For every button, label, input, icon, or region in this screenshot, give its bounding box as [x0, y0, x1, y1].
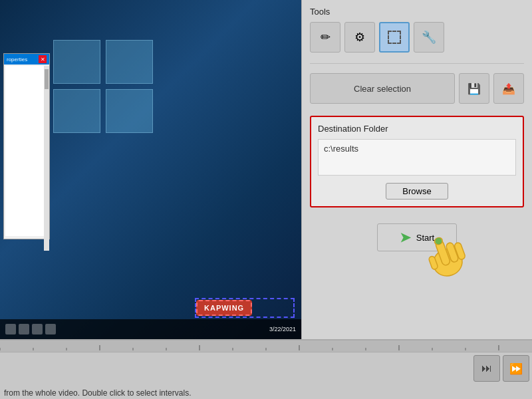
export-icon: 📤 [502, 82, 515, 95]
pencil-icon: ✏ [321, 30, 331, 45]
timeline-ruler [0, 340, 532, 352]
clear-selection-row: Clear selection 💾 📤 [302, 69, 532, 108]
browse-button[interactable]: Browse [386, 183, 448, 200]
dest-folder-title: Destination Folder [318, 124, 516, 134]
tools-section: Tools ✏ ⚙ 🔧 [302, 0, 532, 58]
properties-window: roperties ✕ [3, 53, 50, 239]
start-button[interactable]: ➤ Start [377, 223, 457, 251]
taskbar-date: 3/22/2021 [269, 326, 296, 332]
desktop-background: roperties ✕ KAPWING 3/22/2021 [0, 0, 301, 339]
right-panel: Tools ✏ ⚙ 🔧 Clear selection 💾 📤 De [301, 0, 532, 339]
hint-text: from the whole video. Double click to se… [0, 387, 532, 399]
win-pane-tr [106, 40, 153, 84]
skip-end-button[interactable]: ⏩ [503, 355, 529, 382]
gear-icon: ⚙ [354, 30, 365, 45]
taskbar-icon-3 [32, 324, 43, 334]
destination-folder-popup: Destination Folder c:\results Browse [310, 116, 524, 207]
props-titlebar: roperties ✕ [4, 54, 49, 65]
tool-gear[interactable]: ⚙ [344, 22, 375, 53]
taskbar: 3/22/2021 [0, 319, 301, 339]
taskbar-icon-4 [45, 324, 56, 334]
tool-cog[interactable]: 🔧 [414, 22, 444, 53]
start-label: Start [416, 233, 434, 243]
windows-logo [53, 40, 186, 160]
taskbar-icons [0, 324, 56, 334]
timeline-controls: ⏭ ⏩ [471, 352, 532, 384]
tools-label: Tools [310, 7, 524, 17]
divider-1 [310, 63, 524, 64]
skip-next-button[interactable]: ⏭ [473, 355, 500, 382]
taskbar-icon-1 [5, 324, 16, 334]
props-scroll-thumb [45, 69, 49, 89]
win-pane-br [106, 89, 153, 133]
skip-end-icon: ⏩ [509, 362, 523, 375]
taskbar-icon-2 [19, 324, 29, 334]
desktop-screenshot: roperties ✕ KAPWING 3/22/2021 [0, 0, 301, 339]
start-row: ➤ Start [302, 215, 532, 259]
kapwing-watermark: KAPWING [196, 300, 252, 316]
props-title: roperties [7, 57, 27, 63]
tool-select[interactable] [379, 22, 410, 53]
props-scrollbar[interactable] [44, 66, 49, 251]
props-close-button[interactable]: ✕ [39, 55, 47, 63]
cog-icon: 🔧 [422, 30, 436, 45]
dest-folder-input[interactable]: c:\results [318, 139, 516, 176]
timeline-panel: ⏭ ⏩ from the whole video. Double click t… [0, 339, 532, 399]
start-arrow-icon: ➤ [400, 229, 411, 245]
select-icon [388, 31, 401, 44]
skip-next-icon: ⏭ [481, 362, 492, 374]
win-pane-bl [53, 89, 100, 133]
tool-pencil[interactable]: ✏ [310, 22, 340, 53]
save-frame-button[interactable]: 💾 [459, 73, 489, 104]
clear-selection-button[interactable]: Clear selection [310, 73, 455, 104]
win-pane-tl [53, 40, 100, 84]
tools-row: ✏ ⚙ 🔧 [310, 22, 524, 53]
save-icon: 💾 [467, 82, 481, 95]
export-button[interactable]: 📤 [493, 73, 524, 104]
props-body [5, 66, 48, 236]
